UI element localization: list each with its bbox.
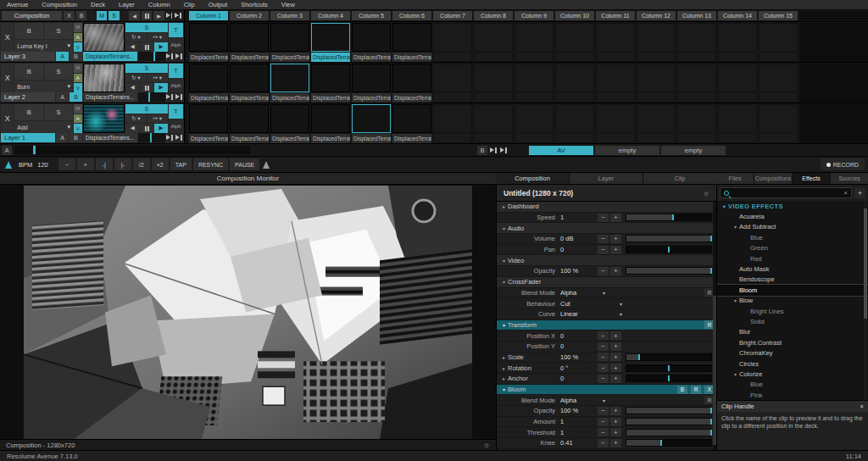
effect-item-acuarela[interactable]: Acuarela xyxy=(717,211,868,221)
composition-solo-button[interactable]: S xyxy=(108,11,119,20)
clip-thumbnail[interactable] xyxy=(352,64,391,92)
empty-clip-cell[interactable] xyxy=(759,64,798,103)
empty-clip-cell[interactable] xyxy=(555,23,594,62)
deck-tab-empty[interactable]: empty xyxy=(661,146,726,155)
section-crossfader[interactable]: ▾CrossFader xyxy=(497,277,716,288)
layer-blend-select[interactable]: Add▾ xyxy=(14,121,73,133)
effect-item-bendoscope[interactable]: Bendoscope xyxy=(717,275,868,285)
clip-thumbnail[interactable] xyxy=(270,64,309,92)
decrement-button[interactable]: − xyxy=(598,342,609,351)
param-value[interactable]: 100 % xyxy=(560,267,598,275)
layer-a-select-button[interactable]: A xyxy=(56,133,69,142)
tab-compositions[interactable]: Compositions xyxy=(754,173,792,184)
empty-clip-cell[interactable] xyxy=(677,23,716,62)
empty-clip-cell[interactable] xyxy=(677,104,716,143)
section-transform[interactable]: ▾TransformR xyxy=(497,320,716,331)
clip-label[interactable]: DisplacedTerrains... xyxy=(189,53,228,62)
clip-play-backward-button[interactable]: ◀ xyxy=(125,83,139,92)
param-slider[interactable] xyxy=(626,429,712,436)
clip-cell[interactable]: DisplacedTerrains... xyxy=(392,104,431,143)
column-header-column-8[interactable]: Column 8 xyxy=(474,11,513,20)
layer-name-tab[interactable]: Layer 2 xyxy=(1,92,55,102)
param-value[interactable]: 0 ° xyxy=(560,364,598,372)
decrement-button[interactable]: − xyxy=(598,428,609,436)
empty-clip-cell[interactable] xyxy=(637,104,676,143)
column-header-column-15[interactable]: Column 15 xyxy=(759,11,798,20)
effect-item-bloom[interactable]: Bloom xyxy=(717,285,868,295)
gear-icon[interactable]: ☼ xyxy=(483,441,490,449)
tab-sources[interactable]: Sources xyxy=(831,173,868,184)
transport-resync-button[interactable]: RESYNC xyxy=(193,158,228,170)
effect-item-video-effects[interactable]: ▾VIDEO EFFECTS xyxy=(717,201,868,211)
effect-item-solid[interactable]: Solid xyxy=(717,316,868,326)
increment-button[interactable]: + xyxy=(610,267,621,275)
empty-clip-cell[interactable] xyxy=(759,23,798,62)
empty-clip-cell[interactable] xyxy=(515,64,554,103)
effect-item-circles[interactable]: Circles xyxy=(717,358,868,369)
chevron-down-icon[interactable]: ▾ xyxy=(620,301,622,307)
skip-icon[interactable] xyxy=(175,94,183,100)
param-slider[interactable] xyxy=(626,418,712,425)
clip-thumbnail[interactable] xyxy=(392,23,431,52)
decrement-button[interactable]: − xyxy=(598,439,609,447)
menu-deck[interactable]: Deck xyxy=(91,1,105,8)
layer-name-tab[interactable]: Layer 1 xyxy=(1,133,55,142)
clip-cell[interactable]: DisplacedTerrains... xyxy=(189,23,228,62)
transport--button[interactable]: + xyxy=(77,158,94,170)
clip-thumbnail[interactable] xyxy=(189,23,228,52)
effect-item-add-subtract[interactable]: ▾Add Subtract xyxy=(717,222,868,232)
column-header-column-11[interactable]: Column 11 xyxy=(596,11,635,20)
empty-clip-cell[interactable] xyxy=(637,64,676,103)
menu-layer[interactable]: Layer xyxy=(119,1,135,8)
effect-item-blur[interactable]: Blur xyxy=(717,327,868,337)
clip-label[interactable]: DisplacedTerrains... xyxy=(352,53,391,62)
param-slider[interactable] xyxy=(626,235,712,242)
clip-solo-button[interactable]: S xyxy=(125,104,168,114)
clip-cell[interactable]: DisplacedTerrains... xyxy=(270,104,309,143)
clip-progress-bar[interactable] xyxy=(138,92,165,102)
increment-button[interactable]: + xyxy=(610,375,621,383)
search-box[interactable]: × xyxy=(720,187,852,198)
column-header-column-6[interactable]: Column 6 xyxy=(392,11,431,20)
layer-b-select-button[interactable]: B xyxy=(70,52,82,61)
clip-label[interactable]: DisplacedTerrains... xyxy=(392,134,431,143)
clip-label[interactable]: DisplacedTerrains... xyxy=(352,93,391,103)
clip-thumbnail[interactable] xyxy=(270,23,309,52)
active-clip-name[interactable]: DisplacedTerrains... xyxy=(83,133,137,142)
pause-button[interactable] xyxy=(142,11,152,20)
composition-close-button[interactable]: X xyxy=(64,11,74,20)
column-header-column-2[interactable]: Column 2 xyxy=(230,11,269,20)
empty-clip-cell[interactable] xyxy=(555,104,594,143)
add-effect-button[interactable]: + xyxy=(854,187,865,198)
clip-cell[interactable]: DisplacedTerrains... xyxy=(311,104,350,143)
menu-view[interactable]: View xyxy=(281,1,295,8)
clip-thumbnail[interactable] xyxy=(189,104,228,133)
empty-clip-cell[interactable] xyxy=(474,23,513,62)
empty-clip-cell[interactable] xyxy=(718,64,757,103)
increment-button[interactable]: + xyxy=(610,353,621,361)
clip-label[interactable]: DisplacedTerrains... xyxy=(270,93,309,103)
effect-item-auto-mask[interactable]: Auto Mask xyxy=(717,264,868,274)
empty-clip-cell[interactable] xyxy=(677,64,716,103)
column-header-column-5[interactable]: Column 5 xyxy=(352,11,391,20)
clip-thumbnail[interactable] xyxy=(230,64,269,92)
empty-clip-cell[interactable] xyxy=(433,104,472,143)
clip-play-forward-button[interactable]: ▶ xyxy=(154,124,168,133)
skip-icon[interactable] xyxy=(500,147,508,153)
layer-a-button[interactable]: A xyxy=(74,74,82,83)
clip-thumbnail[interactable] xyxy=(311,104,350,133)
effect-item-blow[interactable]: ▾Blow xyxy=(717,296,868,306)
layer-clip-thumbnail[interactable] xyxy=(83,64,125,92)
clip-play-backward-button[interactable]: ◀ xyxy=(125,124,139,133)
decrement-button[interactable]: − xyxy=(598,235,609,243)
empty-clip-cell[interactable] xyxy=(596,23,635,62)
param-value[interactable]: 0 dB xyxy=(560,235,598,242)
layer-clip-thumbnail[interactable] xyxy=(83,23,125,52)
layer-blend-select[interactable]: Luma Key I▾ xyxy=(14,40,73,52)
layer-solo-button[interactable]: S xyxy=(44,64,73,80)
clip-thumbnail[interactable] xyxy=(189,64,228,92)
clip-thumbnail[interactable] xyxy=(392,104,431,133)
effects-scrollbar[interactable] xyxy=(864,201,867,400)
clip-cell[interactable]: DisplacedTerrains... xyxy=(270,23,309,62)
clip-label[interactable]: DisplacedTerrains... xyxy=(311,93,350,103)
